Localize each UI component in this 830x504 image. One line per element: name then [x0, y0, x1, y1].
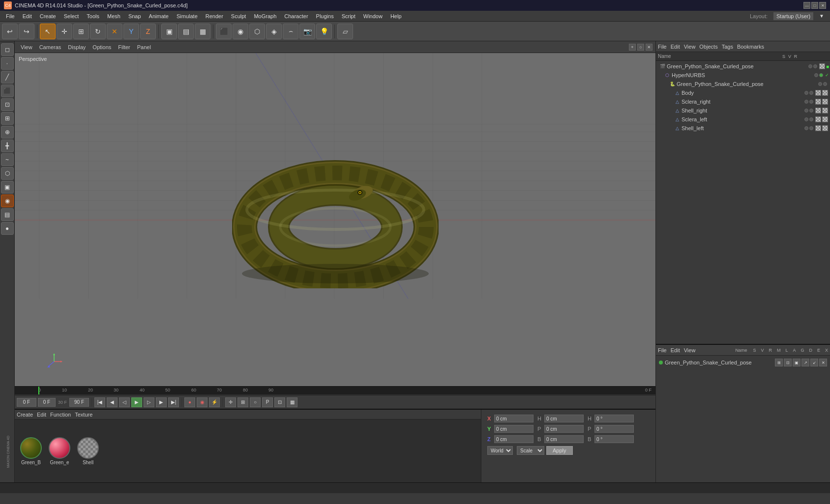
y-axis-button[interactable]: Y — [123, 24, 139, 39]
select-tool-button[interactable]: ↖ — [40, 24, 56, 39]
undo-button[interactable]: ↩ — [2, 24, 18, 39]
obj-file[interactable]: File — [658, 44, 667, 50]
scale-tool-button[interactable]: ⊞ — [73, 24, 89, 39]
object-axis-tool[interactable]: ⊕ — [1, 126, 14, 139]
obj-objects[interactable]: Objects — [699, 44, 717, 50]
sweep-button[interactable]: ◉ — [233, 24, 248, 39]
obj-row-hypernurbs[interactable]: ⬡ HyperNURBS ✓ — [656, 71, 830, 80]
menu-plugins[interactable]: Plugins — [312, 12, 338, 20]
smooth-tool[interactable]: ~ — [1, 153, 14, 166]
obj-row-sclera-right[interactable]: △ Sclera_right — [656, 97, 830, 106]
attr-btn-4[interactable]: ↗ — [801, 359, 809, 366]
knife-tool[interactable]: ◉ — [1, 195, 14, 207]
view-menu[interactable]: View — [18, 43, 35, 51]
obj-row-shell-right[interactable]: △ Shell_right — [656, 106, 830, 115]
menu-character[interactable]: Character — [280, 12, 312, 20]
menu-select[interactable]: Select — [60, 12, 83, 20]
options-menu[interactable]: Options — [89, 43, 114, 51]
mat-create[interactable]: Create — [17, 412, 33, 418]
light-button[interactable]: 💡 — [316, 24, 332, 39]
start-frame-input[interactable] — [38, 398, 56, 407]
menu-sculpt[interactable]: Sculpt — [227, 12, 250, 20]
menu-mograph[interactable]: MoGraph — [250, 12, 280, 20]
coord-p-size[interactable] — [544, 425, 584, 433]
obj-edit[interactable]: Edit — [671, 44, 680, 50]
joint-tool[interactable]: ╋ — [1, 140, 14, 152]
world-select[interactable]: World Local — [487, 446, 513, 455]
attr-btn-3[interactable]: ▣ — [793, 359, 800, 366]
render-region-button[interactable]: ▤ — [178, 24, 194, 39]
path-button[interactable]: ○ — [250, 397, 261, 407]
paint-tool[interactable]: ⬡ — [1, 167, 14, 180]
menu-window[interactable]: Window — [359, 12, 386, 20]
obj-row-shell-left[interactable]: △ Shell_left — [656, 124, 830, 133]
coord-x-pos[interactable] — [494, 415, 534, 422]
edge-tool[interactable]: ╱ — [1, 71, 14, 84]
obj-row-snake[interactable]: 🐍 Green_Python_Snake_Curled_pose — [656, 80, 830, 88]
camera-button[interactable]: 📷 — [299, 24, 315, 39]
menu-render[interactable]: Render — [202, 12, 227, 20]
filter-menu[interactable]: Filter — [115, 43, 133, 51]
attr-btn-5[interactable]: ↙ — [810, 359, 818, 366]
timeline-button[interactable]: ▦ — [287, 397, 297, 407]
extrude-button[interactable]: ⬡ — [249, 24, 265, 39]
bool-button[interactable]: ◈ — [266, 24, 282, 39]
deform-button[interactable]: ⌢ — [283, 24, 298, 39]
next-frame-button[interactable]: ▶ — [156, 397, 167, 407]
attr-close[interactable]: ✕ — [819, 359, 827, 366]
prev-frame-button[interactable]: ◀ — [107, 397, 118, 407]
window-controls[interactable]: — □ ✕ — [803, 2, 826, 9]
display-menu[interactable]: Display — [65, 43, 89, 51]
record-button[interactable]: ● — [184, 397, 195, 407]
menu-animate[interactable]: Animate — [145, 12, 173, 20]
attr-file[interactable]: File — [658, 347, 667, 353]
attr-view[interactable]: View — [684, 347, 696, 353]
redo-button[interactable]: ↪ — [19, 24, 34, 39]
prev-key-button[interactable]: ◁ — [119, 397, 130, 407]
end-frame-input[interactable] — [69, 398, 89, 407]
obj-bookmarks[interactable]: Bookmarks — [737, 44, 764, 50]
close-button[interactable]: ✕ — [819, 2, 826, 9]
model-tool[interactable]: ◻ — [1, 43, 14, 56]
mat-function[interactable]: Function — [50, 412, 71, 418]
coord-y-pos[interactable] — [494, 425, 534, 433]
loop-button[interactable]: ⊞ — [237, 397, 248, 407]
move-frames-button[interactable]: ✛ — [225, 397, 236, 407]
go-end-button[interactable]: ▶| — [168, 397, 179, 407]
mat-item-shell[interactable]: Shell — [76, 437, 100, 465]
autokey-button[interactable]: ⚡ — [209, 397, 220, 407]
floor-button[interactable]: ▱ — [337, 24, 353, 39]
move-tool-button[interactable]: ✛ — [57, 24, 72, 39]
coord-p-rot[interactable] — [594, 425, 634, 433]
attr-btn-1[interactable]: ⊞ — [775, 359, 783, 366]
close-view-button[interactable]: ✕ — [646, 44, 652, 51]
texture-tool[interactable]: ⊞ — [1, 112, 14, 125]
sculpt-tool[interactable]: ▣ — [1, 181, 14, 194]
menu-simulate[interactable]: Simulate — [173, 12, 202, 20]
cameras-menu[interactable]: Cameras — [36, 43, 64, 51]
next-key-button[interactable]: ▷ — [144, 397, 154, 407]
maximize-button[interactable]: + — [629, 44, 636, 51]
menu-help[interactable]: Help — [386, 12, 406, 20]
coord-h-rot[interactable] — [594, 415, 634, 422]
coord-h-size[interactable] — [544, 415, 584, 422]
panel-menu[interactable]: Panel — [134, 43, 154, 51]
menu-file[interactable]: File — [2, 12, 19, 20]
menu-snap[interactable]: Snap — [124, 12, 145, 20]
play-button[interactable]: ▶ — [131, 397, 142, 407]
attr-edit[interactable]: Edit — [671, 347, 680, 353]
obj-tags[interactable]: Tags — [722, 44, 733, 50]
restore-button[interactable]: ○ — [637, 44, 644, 51]
coord-b-rot[interactable] — [594, 435, 634, 443]
mat-item-green-eye[interactable]: Green_e — [47, 437, 72, 465]
menu-script[interactable]: Script — [338, 12, 359, 20]
obj-row-sclera-left[interactable]: △ Sclera_left — [656, 115, 830, 124]
coord-z-pos[interactable] — [494, 435, 534, 443]
coord-b-size[interactable] — [544, 435, 584, 443]
mat-edit[interactable]: Edit — [37, 412, 46, 418]
layout-value[interactable]: Startup (User) — [773, 12, 813, 20]
uv-tool[interactable]: ⊡ — [1, 98, 14, 111]
point-tool[interactable]: · — [1, 57, 14, 70]
menu-edit[interactable]: Edit — [19, 12, 36, 20]
poly-tool[interactable]: ⬛ — [1, 84, 14, 97]
